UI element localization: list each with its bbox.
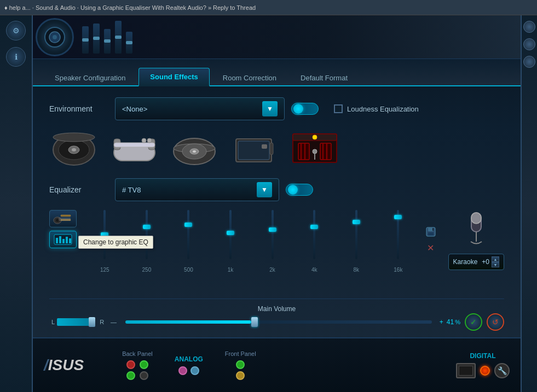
loudness-label: Loudness Equalization: [347, 105, 419, 113]
svg-rect-50: [432, 228, 434, 231]
left-balance-knob[interactable]: [89, 317, 95, 327]
equalizer-dropdown[interactable]: # TV8 ▼: [115, 178, 279, 201]
env-icons-row: [49, 129, 504, 167]
eq-freq-500: 500: [184, 267, 193, 273]
volume-refresh-button[interactable]: ↺: [487, 313, 504, 331]
right-sidebar: [521, 15, 537, 392]
equalizer-toggle-knob: [288, 185, 298, 195]
eq-track-1k: [229, 210, 232, 259]
karaoke-icon: [460, 210, 493, 254]
eq-label-wrapper-500: 500: [168, 267, 209, 273]
karaoke-section: Karaoke +0 ▲ ▼: [448, 210, 504, 273]
equalizer-toggle[interactable]: [286, 184, 313, 196]
eq-track-250: [146, 210, 148, 259]
svg-rect-44: [62, 239, 65, 243]
env-icon-turntable[interactable]: [170, 129, 219, 167]
tab-default-format[interactable]: Default Format: [290, 69, 359, 86]
eq-label-wrapper-250: 250: [126, 267, 168, 273]
env-icon-box[interactable]: [230, 129, 279, 167]
env-icon-theater[interactable]: [290, 129, 339, 167]
tab-speaker-configuration[interactable]: Speaker Configuration: [44, 69, 136, 86]
equalizer-label: Equalizer: [49, 185, 115, 194]
volume-ok-button[interactable]: ✓: [465, 313, 482, 331]
content-area: Speaker Configuration Sound Effects Room…: [33, 15, 521, 392]
karaoke-text-label: Karaoke: [453, 258, 478, 266]
svg-rect-21: [262, 144, 267, 149]
eq-delete-icon[interactable]: ✕: [424, 242, 437, 255]
eq-graphic-button[interactable]: Change to graphic EQ: [49, 231, 77, 248]
tab-sound-effects[interactable]: Sound Effects: [138, 68, 209, 86]
main-volume-label: Main Volume: [258, 305, 296, 313]
sidebar-icon-info[interactable]: ℹ: [6, 47, 26, 67]
sidebar-icon-settings[interactable]: ⚙: [6, 21, 26, 40]
eq-knob-2k[interactable]: [269, 227, 276, 232]
right-sidebar-btn-2[interactable]: [523, 38, 535, 50]
tab-room-correction[interactable]: Room Correction: [212, 69, 287, 86]
front-panel-label: Front Panel: [225, 350, 256, 357]
volume-percentage: 41: [447, 318, 454, 326]
environment-toggle[interactable]: [291, 103, 319, 115]
volume-unit: %: [455, 319, 460, 325]
svg-point-12: [142, 138, 146, 143]
svg-rect-22: [270, 143, 273, 155]
svg-rect-36: [61, 215, 71, 217]
eq-slider-4k: [294, 210, 335, 265]
loudness-checkbox-container: Loudness Equalization: [334, 104, 419, 113]
main-volume-slider[interactable]: [125, 320, 432, 324]
environment-row: Environment <None> ▼ Loudness Equalizati…: [49, 97, 504, 120]
eq-slider-8k: [336, 210, 377, 265]
equalizer-dropdown-arrow[interactable]: ▼: [257, 182, 272, 197]
jack-back-3: [126, 371, 135, 380]
svg-rect-43: [59, 236, 61, 243]
environment-dropdown[interactable]: <None> ▼: [115, 97, 285, 120]
volume-plus: +: [440, 318, 443, 326]
panel-content: Environment <None> ▼ Loudness Equalizati…: [33, 86, 521, 337]
karaoke-decrement[interactable]: ▼: [492, 262, 499, 267]
volume-label-container: Main Volume: [49, 303, 504, 313]
right-sidebar-btn-1[interactable]: [523, 21, 535, 33]
digital-settings-icon[interactable]: 🔧: [494, 363, 510, 378]
svg-point-32: [313, 149, 317, 154]
environment-dropdown-arrow[interactable]: ▼: [262, 101, 278, 116]
right-sidebar-btn-3[interactable]: [523, 56, 535, 68]
eq-controls-row: Equalizer # TV8 ▼: [49, 178, 504, 201]
breadcrumb: ♦ help a... · Sound & Audio · Using a Gr…: [4, 4, 256, 11]
eq-knob-4k[interactable]: [310, 225, 318, 229]
eq-save-icon[interactable]: [424, 225, 437, 238]
svg-rect-49: [428, 232, 434, 236]
digital-optical-jack: [480, 366, 490, 376]
volume-action-buttons: ✓ ↺: [460, 313, 504, 331]
eq-label-wrapper-1k: 1k: [210, 267, 251, 273]
eq-freq-labels: 125 250 500 1k 2: [84, 267, 419, 273]
eq-slider-16k: [378, 210, 419, 265]
eq-label-wrapper-2k: 2k: [252, 267, 293, 273]
eq-label-wrapper-16k: 16k: [378, 267, 419, 273]
eq-knob-8k[interactable]: [353, 220, 360, 224]
eq-action-icons: ✕: [424, 210, 437, 273]
tabs-container: Speaker Configuration Sound Effects Room…: [33, 59, 521, 86]
eq-knob-1k[interactable]: [227, 231, 234, 235]
svg-rect-11: [114, 143, 155, 147]
back-panel-jacks-row2: [126, 371, 148, 380]
svg-rect-42: [56, 238, 58, 243]
eq-label-wrapper-125: 125: [84, 267, 125, 273]
eq-freq-16k: 16k: [394, 267, 402, 273]
env-icon-bathtub[interactable]: [109, 129, 159, 167]
eq-knob-250[interactable]: [143, 225, 151, 229]
back-panel-jacks-row1: [126, 360, 148, 369]
eq-guitar-button[interactable]: [49, 210, 77, 227]
jack-analog-1: [178, 366, 187, 375]
realtek-header: [33, 15, 521, 59]
svg-rect-46: [69, 238, 71, 243]
volume-knob[interactable]: [251, 317, 258, 327]
svg-point-31: [313, 135, 317, 139]
svg-point-18: [193, 150, 196, 153]
karaoke-increment[interactable]: ▲: [492, 256, 499, 262]
env-icon-disc[interactable]: [49, 129, 99, 167]
eq-left-buttons: Change to graphic EQ: [49, 210, 79, 273]
left-sidebar: ⚙ ℹ: [0, 15, 33, 392]
environment-toggle-knob: [293, 104, 303, 114]
loudness-checkbox[interactable]: [334, 104, 343, 113]
eq-knob-16k[interactable]: [394, 215, 402, 219]
eq-knob-500[interactable]: [184, 223, 192, 227]
